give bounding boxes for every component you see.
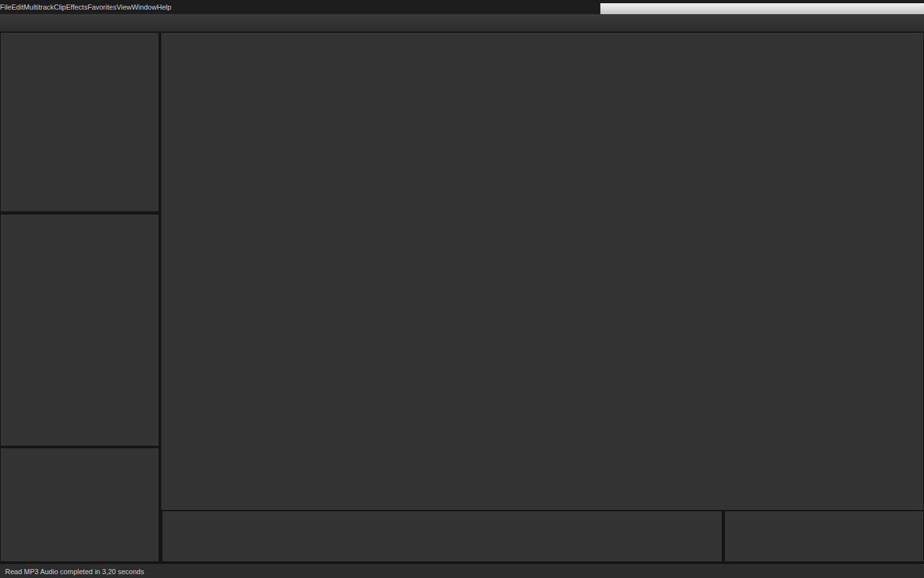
status-message: Read MP3 Audio completed in 3,20 seconds bbox=[0, 568, 144, 575]
menu-bar-light-strip bbox=[600, 3, 924, 14]
menu-effects[interactable]: Effects bbox=[66, 3, 87, 11]
menu-clip[interactable]: Clip bbox=[54, 3, 66, 11]
files-panel bbox=[0, 32, 159, 212]
menu-favorites[interactable]: Favorites bbox=[87, 3, 116, 11]
menu-view[interactable]: View bbox=[116, 3, 132, 11]
menu-help[interactable]: Help bbox=[157, 3, 171, 11]
audition-window: FileEditMultitrackClipEffectsFavoritesVi… bbox=[0, 0, 924, 578]
selection-view-panel bbox=[724, 511, 924, 562]
levels-panel bbox=[162, 511, 722, 562]
diagnostics-panel bbox=[0, 214, 159, 446]
menu-window[interactable]: Window bbox=[132, 3, 157, 11]
menu-edit[interactable]: Edit bbox=[12, 3, 24, 11]
history-panel bbox=[0, 448, 159, 562]
editor-panel bbox=[161, 32, 924, 511]
main-toolbar bbox=[0, 14, 924, 32]
status-bar: Read MP3 Audio completed in 3,20 seconds bbox=[0, 563, 924, 578]
menu-multitrack[interactable]: Multitrack bbox=[24, 3, 54, 11]
menu-file[interactable]: File bbox=[0, 3, 12, 11]
